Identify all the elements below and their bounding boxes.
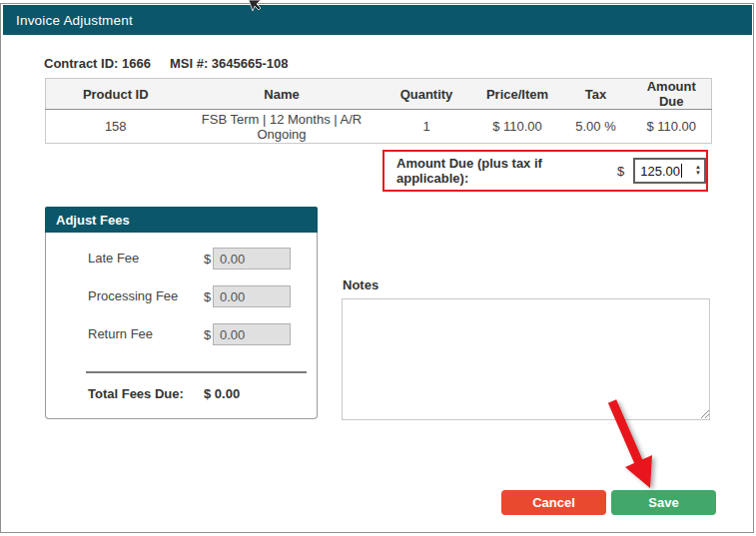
invoice-line-items-table: Product ID Name Quantity Price/Item Tax … [45,78,712,144]
late-fee-currency-symbol: $ [204,252,211,267]
late-fee-row: Late Fee $ 0.00 [46,248,317,271]
notes-label: Notes [343,277,378,292]
number-stepper[interactable]: ▲ ▼ [695,165,701,177]
return-fee-input[interactable]: 0.00 [213,323,291,345]
cell-price-item: $ 110.00 [475,110,560,144]
table-row: 158 FSB Term | 12 Months | A/R Ongoing 1… [46,110,712,144]
col-header-tax: Tax [560,79,632,110]
total-fees-due-value: $ 0.00 [204,386,240,401]
amount-due-input[interactable]: 125.00 ▲ ▼ [633,158,706,184]
total-fees-due-label: Total Fees Due: [88,386,184,401]
return-fee-label: Return Fee [88,326,153,341]
col-header-quantity: Quantity [378,79,475,110]
table-header-row: Product ID Name Quantity Price/Item Tax … [46,79,712,110]
amount-due-value: 125.00 [635,164,680,179]
adjust-fees-panel: Late Fee $ 0.00 Processing Fee $ 0.00 Re… [45,233,318,419]
processing-fee-currency-symbol: $ [204,289,211,304]
cell-name: FSB Term | 12 Months | A/R Ongoing [186,110,378,144]
late-fee-input[interactable]: 0.00 [213,248,291,269]
msi-number-text: MSI #: 3645665-108 [170,56,289,71]
processing-fee-value: 0.00 [220,289,245,304]
col-header-price-item: Price/Item [475,79,560,110]
contract-id-text: Contract ID: 1666 [44,56,151,71]
adjust-fees-panel-header: Adjust Fees [45,207,318,233]
contract-info: Contract ID: 1666 MSI #: 3645665-108 [44,56,288,71]
late-fee-value: 0.00 [220,252,245,267]
processing-fee-input[interactable]: 0.00 [213,285,291,307]
text-caret [681,164,682,178]
textarea-resize-handle[interactable] [698,407,710,419]
invoice-adjustment-dialog: Invoice Adjustment Contract ID: 1666 MSI… [0,0,756,536]
stepper-down-icon[interactable]: ▼ [695,171,701,177]
cancel-button[interactable]: Cancel [501,490,606,515]
col-header-name: Name [186,79,378,110]
cell-product-id: 158 [46,110,186,144]
adjust-fees-title: Adjust Fees [56,213,130,228]
cell-amount-due: $ 110.00 [632,110,712,144]
cell-quantity: 1 [378,110,475,144]
dialog-title: Invoice Adjustment [16,13,133,28]
col-header-amount-due: Amount Due [632,79,712,110]
dialog-titlebar: Invoice Adjustment [3,5,752,35]
return-fee-value: 0.00 [220,327,245,342]
amount-due-currency-symbol: $ [617,164,624,179]
return-fee-row: Return Fee $ 0.00 [46,323,317,347]
late-fee-label: Late Fee [88,251,139,266]
fees-divider [86,371,307,373]
amount-due-highlight-annotation: Amount Due (plus tax if applicable): $ 1… [382,150,708,192]
cell-tax: 5.00 % [560,110,632,144]
save-button[interactable]: Save [611,490,716,515]
processing-fee-label: Processing Fee [88,288,178,303]
amount-due-label: Amount Due (plus tax if applicable): [396,156,602,186]
col-header-product-id: Product ID [46,79,186,110]
return-fee-currency-symbol: $ [204,327,211,342]
processing-fee-row: Processing Fee $ 0.00 [46,285,317,309]
notes-textarea[interactable] [342,298,710,420]
